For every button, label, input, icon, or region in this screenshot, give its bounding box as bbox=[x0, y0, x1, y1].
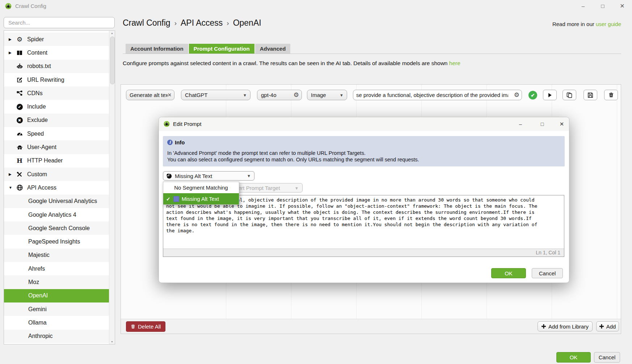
cdn-network-icon bbox=[17, 90, 22, 96]
sidebar-item-majestic[interactable]: Majestic bbox=[4, 249, 115, 262]
sidebar-item-robots-txt[interactable]: robots.txt bbox=[4, 60, 115, 73]
sidebar-item-label: CDNs bbox=[27, 90, 43, 97]
chevron-collapsed-icon[interactable]: ▶ bbox=[9, 172, 14, 176]
segment-option-missing-alt-text[interactable]: ✓Missing Alt Text bbox=[163, 193, 239, 204]
test-prompt-button[interactable] bbox=[543, 90, 557, 100]
dialog-cancel-button[interactable]: Cancel bbox=[532, 268, 563, 278]
sidebar-item-label: Exclude bbox=[27, 117, 48, 123]
clear-icon[interactable]: ✕ bbox=[168, 92, 172, 98]
dialog-ok-button[interactable]: OK bbox=[491, 268, 526, 278]
gear-icon[interactable]: ⚙ bbox=[294, 91, 299, 99]
dialog-maximize-icon[interactable]: □ bbox=[538, 120, 547, 128]
sidebar-item-ollama[interactable]: Ollama bbox=[4, 316, 115, 329]
add-button[interactable]: Add bbox=[596, 321, 619, 331]
add-from-library-button[interactable]: Add from Library bbox=[538, 321, 593, 331]
sidebar-item-label: Moz bbox=[28, 279, 39, 285]
breadcrumb-api-access[interactable]: API Access bbox=[181, 18, 223, 28]
search-input[interactable] bbox=[4, 17, 115, 28]
chevron-down-icon: ▼ bbox=[340, 93, 344, 97]
editor-line: there is no text found in the image, the… bbox=[166, 221, 563, 228]
sidebar-item-label: robots.txt bbox=[27, 63, 51, 69]
sidebar-item-label: URL Rewriting bbox=[27, 77, 64, 83]
sidebar-scrollbar[interactable]: ▲ ▼ bbox=[109, 31, 115, 344]
sidebar-item-label: HTTP Header bbox=[27, 157, 63, 164]
scroll-down-icon[interactable]: ▼ bbox=[109, 340, 115, 343]
sidebar-item-include[interactable]: ✔Include bbox=[4, 100, 115, 113]
sidebar-item-spider[interactable]: ▶⚙Spider bbox=[4, 33, 115, 46]
trash-icon bbox=[131, 324, 135, 329]
tab-prompt-configuration[interactable]: Prompt Configuration bbox=[189, 44, 254, 54]
segment-dropdown[interactable]: Missing Alt Text ▼ bbox=[163, 171, 254, 181]
sidebar-item-user-agent[interactable]: User-Agent bbox=[4, 140, 115, 154]
sidebar-item-label: Google Search Console bbox=[28, 225, 90, 232]
window-maximize-icon[interactable]: □ bbox=[597, 1, 608, 11]
save-icon bbox=[587, 92, 593, 98]
sidebar-item-anthropic[interactable]: Anthropic bbox=[4, 330, 115, 343]
sidebar-item-label: Gemini bbox=[28, 306, 47, 313]
sidebar-item-url-rewriting[interactable]: URL Rewriting bbox=[4, 73, 115, 86]
sidebar-item-exclude[interactable]: ✖Exclude bbox=[4, 114, 115, 127]
sidebar-item-gemini[interactable]: Gemini bbox=[4, 302, 115, 316]
sidebar-item-speed[interactable]: Speed bbox=[4, 127, 115, 140]
save-prompt-button[interactable] bbox=[583, 90, 597, 100]
user-guide-link[interactable]: user guide bbox=[596, 21, 621, 27]
sidebar-item-label: API Access bbox=[27, 185, 56, 191]
duplicate-prompt-button[interactable] bbox=[563, 90, 576, 100]
breadcrumb-openai: OpenAI bbox=[233, 18, 261, 28]
speed-gauge-icon bbox=[17, 131, 23, 137]
tab-advanced[interactable]: Advanced bbox=[255, 44, 291, 54]
read-more-text: Read more in our user guide bbox=[552, 21, 621, 27]
prompt-text-field[interactable]: se provide a functional, objective descr… bbox=[353, 90, 522, 100]
panel-footer: Delete All Add from Library Add bbox=[121, 319, 621, 334]
info-panel: i Info In 'Advanced Prompt' mode the pro… bbox=[163, 136, 565, 166]
play-icon bbox=[547, 93, 552, 98]
sidebar-item-http-header[interactable]: HHTTP Header bbox=[4, 154, 115, 168]
scrollbar-thumb[interactable] bbox=[110, 37, 115, 84]
window-close-icon[interactable]: ✕ bbox=[617, 1, 628, 11]
sidebar-item-moz[interactable]: Moz bbox=[4, 275, 115, 289]
sidebar-item-ahrefs[interactable]: Ahrefs bbox=[4, 262, 115, 275]
dialog-close-icon[interactable]: ✕ bbox=[557, 120, 566, 128]
breadcrumb-crawl-config[interactable]: Crawl Config bbox=[123, 18, 170, 28]
sidebar-item-custom[interactable]: ▶Custom bbox=[4, 168, 115, 181]
sidebar-item-pagespeed-insights[interactable]: PageSpeed Insights bbox=[4, 235, 115, 248]
http-header-icon: H bbox=[17, 157, 22, 164]
chevron-down-icon: ▼ bbox=[247, 174, 251, 178]
dialog-minimize-icon[interactable]: – bbox=[516, 120, 525, 128]
window-minimize-icon[interactable]: – bbox=[578, 1, 589, 11]
breadcrumb-separator: › bbox=[174, 19, 177, 27]
chevron-collapsed-icon[interactable]: ▶ bbox=[9, 37, 14, 41]
plus-icon bbox=[542, 324, 546, 329]
cancel-button[interactable]: Cancel bbox=[594, 352, 620, 363]
sidebar-item-label: Anthropic bbox=[28, 333, 53, 339]
sidebar-item-label: Google Analytics 4 bbox=[28, 212, 76, 218]
sidebar-item-content[interactable]: ▶Content bbox=[4, 46, 115, 59]
sidebar-item-api-access[interactable]: ▼API Access bbox=[4, 181, 115, 194]
delete-all-button[interactable]: Delete All bbox=[126, 321, 165, 332]
gear-icon[interactable]: ⚙ bbox=[514, 91, 519, 99]
prompt-name-chip[interactable]: Generate alt tex ✕ bbox=[126, 90, 174, 100]
sidebar-item-label: Speed bbox=[27, 131, 44, 137]
sidebar-item-google-analytics-4[interactable]: Google Analytics 4 bbox=[4, 208, 115, 221]
user-agent-icon bbox=[17, 144, 23, 151]
target-dropdown[interactable]: Image ▼ bbox=[307, 90, 347, 100]
delete-prompt-button[interactable] bbox=[604, 90, 618, 100]
sidebar-item-label: Majestic bbox=[28, 252, 50, 258]
chevron-collapsed-icon[interactable]: ▶ bbox=[9, 51, 14, 55]
sidebar-item-openai[interactable]: OpenAI bbox=[4, 289, 115, 302]
chevron-expanded-icon[interactable]: ▼ bbox=[9, 186, 14, 190]
model-field[interactable]: gpt-4o ⚙ bbox=[257, 90, 302, 100]
editor-line: action describes what's happening, usual… bbox=[166, 209, 563, 215]
scroll-up-icon[interactable]: ▲ bbox=[109, 32, 115, 34]
segment-option-no-segment-matching[interactable]: No Segment Matching bbox=[163, 182, 239, 193]
ok-button[interactable]: OK bbox=[556, 352, 591, 363]
include-check-icon: ✔ bbox=[17, 104, 23, 110]
models-here-link[interactable]: here bbox=[449, 60, 460, 66]
valid-check-icon: ✔ bbox=[528, 91, 537, 100]
sidebar-item-cdns[interactable]: CDNs bbox=[4, 86, 115, 100]
vendor-dropdown[interactable]: ChatGPT ▼ bbox=[181, 90, 250, 100]
breadcrumb: Crawl Config › API Access › OpenAI bbox=[123, 18, 261, 28]
tab-account-information[interactable]: Account Information bbox=[126, 44, 188, 54]
sidebar-item-google-search-console[interactable]: Google Search Console bbox=[4, 221, 115, 235]
sidebar-item-google-universal-analytics[interactable]: Google Universal Analytics bbox=[4, 195, 115, 208]
